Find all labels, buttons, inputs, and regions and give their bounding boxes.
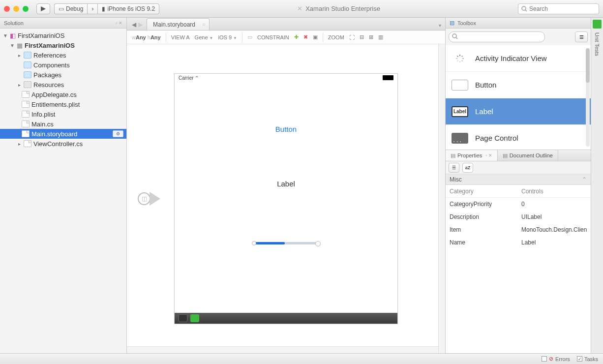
view-controller[interactable]: Carrier ⌃ Button Label xyxy=(174,73,398,324)
constrain-remove-icon[interactable]: ✖ xyxy=(303,34,308,40)
toolbox-item-label: Activity Indicator View xyxy=(475,54,547,62)
toolbox-item-label: Button xyxy=(475,81,496,89)
scene-dock[interactable] xyxy=(175,313,397,324)
unit-tests-tab[interactable]: Unit Tests xyxy=(594,32,600,56)
ui-progress-view[interactable] xyxy=(254,242,318,244)
exit-icon[interactable] xyxy=(190,314,199,322)
close-window-icon[interactable] xyxy=(4,6,10,12)
references-node[interactable]: ▸References xyxy=(0,50,126,60)
checkbox-icon[interactable] xyxy=(577,356,582,362)
project-icon: ▦ xyxy=(17,42,23,49)
ios-dropdown[interactable]: iOS 9 ▼ xyxy=(218,34,238,40)
resources-node[interactable]: ▸Resources xyxy=(0,80,126,90)
minimize-window-icon[interactable] xyxy=(13,6,19,12)
designer-toolbar: wAny hAny VIEW A Gene ▼ iOS 9 ▼ ▭ CONSTR… xyxy=(127,30,445,44)
entitlements-node[interactable]: Entitlements.plist xyxy=(0,99,126,109)
file-icon xyxy=(22,121,30,127)
col-controls: Controls xyxy=(519,188,591,195)
toolbox-icon: ▧ xyxy=(450,20,454,26)
search-icon xyxy=(452,33,458,39)
toolbox-item-label[interactable]: Label Label xyxy=(446,98,591,125)
search-input[interactable] xyxy=(529,5,596,12)
toolbox-item-activity[interactable]: Activity Indicator View xyxy=(446,45,591,72)
prop-row-catprio[interactable]: CategoryPriority0 xyxy=(446,198,591,211)
errors-toggle[interactable]: ⊘Errors xyxy=(542,356,570,362)
tab-storyboard[interactable]: Main.storyboard ○ xyxy=(147,18,210,30)
property-grid[interactable]: Category Controls CategoryPriority0 Desc… xyxy=(446,185,591,249)
infoplist-node[interactable]: Info.plist xyxy=(0,109,126,119)
svg-line-8 xyxy=(462,60,463,61)
tab-properties[interactable]: ▤Properties▫ ✕ xyxy=(446,150,498,161)
entry-point-icon: ◫ xyxy=(138,192,151,205)
entry-point-arrow[interactable]: ◫ xyxy=(138,192,160,206)
zoom-fit-icon[interactable]: ⛶ xyxy=(349,34,355,40)
maincs-node[interactable]: Main.cs xyxy=(0,119,126,129)
prop-value: 0 xyxy=(519,201,591,208)
appdelegate-node[interactable]: AppDelegate.cs xyxy=(0,90,126,99)
prop-row-name[interactable]: NameLabel xyxy=(446,236,591,249)
tab-outline[interactable]: ▤Document Outline xyxy=(498,150,558,161)
run-button[interactable] xyxy=(36,3,50,14)
panel-tabs: ▤Properties▫ ✕ ▤Document Outline xyxy=(446,150,591,161)
size-class[interactable]: wAny hAny xyxy=(132,34,161,40)
project-node[interactable]: ▼▦FirstXamariniOS xyxy=(0,40,126,50)
designer-canvas[interactable]: ◫ Carrier ⌃ Button Label xyxy=(127,44,445,353)
tasks-toggle[interactable]: Tasks xyxy=(577,356,598,362)
config-debug[interactable]: ▭Debug xyxy=(54,3,87,14)
search-icon xyxy=(521,6,527,12)
constrain-frame-icon[interactable]: ▣ xyxy=(313,34,318,40)
side-strip: Unit Tests xyxy=(591,18,603,353)
packages-node[interactable]: Packages xyxy=(0,70,126,80)
prop-categorize-button[interactable]: ☰ xyxy=(449,163,459,173)
unit-tests-icon[interactable] xyxy=(593,20,602,29)
orientation-icon[interactable]: ▭ xyxy=(247,34,252,40)
toolbox-list[interactable]: Activity Indicator View Button Label Lab… xyxy=(446,45,591,150)
col-category: Category xyxy=(446,188,519,195)
zoom-out-icon[interactable]: ⊟ xyxy=(360,34,364,40)
ui-button[interactable]: Button xyxy=(275,125,297,133)
page-control-icon xyxy=(452,133,468,144)
ui-label[interactable]: Label xyxy=(277,180,295,188)
svg-marker-0 xyxy=(41,6,46,11)
prop-alpha-button[interactable]: aZ xyxy=(462,163,473,173)
gear-icon[interactable]: ⚙ xyxy=(113,130,123,137)
chevron-up-icon[interactable]: ⌃ xyxy=(582,176,587,183)
first-responder-icon[interactable] xyxy=(179,314,187,322)
prop-value: Label xyxy=(519,239,591,246)
zoom-window-icon[interactable] xyxy=(23,6,29,12)
prop-section-misc[interactable]: Misc ⌃ xyxy=(446,174,591,185)
resources-label: Resources xyxy=(33,81,64,89)
device-selector[interactable]: ▮iPhone 6s iOS 9.2 xyxy=(97,3,159,14)
infoplist-label: Info.plist xyxy=(31,111,55,118)
generic-dropdown[interactable]: Gene ▼ xyxy=(195,34,213,40)
storyboard-node[interactable]: Main.storyboard⚙ xyxy=(0,129,126,139)
nav-arrows[interactable]: ◀▶ xyxy=(130,21,147,30)
toolbox-scrollbar[interactable] xyxy=(586,48,590,147)
prop-row-desc[interactable]: DescriptionUILabel xyxy=(446,211,591,223)
pane-controls[interactable]: ▫ ✕ xyxy=(116,21,122,26)
config-selector[interactable]: ▭Debug › ▮iPhone 6s iOS 9.2 xyxy=(54,3,159,14)
vertical-scrollbar[interactable] xyxy=(438,44,445,353)
run-controls xyxy=(36,3,50,14)
prop-key: Description xyxy=(446,213,519,220)
toolbox-category-button[interactable]: ☰ xyxy=(575,31,588,42)
checkbox-icon[interactable] xyxy=(542,356,547,362)
viewcontroller-node[interactable]: ▸ViewController.cs xyxy=(0,139,126,149)
toolbox-item-page[interactable]: Page Control xyxy=(446,125,591,150)
zoom-actual-icon[interactable]: ▥ xyxy=(378,34,383,40)
solution-root[interactable]: ▼◧FirstXamariniOS xyxy=(0,30,126,40)
back-icon[interactable]: ◀ xyxy=(132,21,136,28)
constrain-add-icon[interactable]: ✚ xyxy=(294,34,299,40)
folder-icon xyxy=(24,71,31,78)
forward-icon[interactable]: ▶ xyxy=(138,21,143,28)
tab-overflow-icon[interactable]: ▾ xyxy=(439,23,445,30)
toolbox-item-button[interactable]: Button xyxy=(446,72,591,98)
prop-row-item[interactable]: ItemMonoTouch.Design.Clien xyxy=(446,223,591,236)
zoom-in-icon[interactable]: ⊞ xyxy=(369,34,373,40)
toolbox-search-input[interactable] xyxy=(449,31,545,42)
close-tab-icon[interactable]: ○ xyxy=(202,22,205,27)
horizontal-scrollbar[interactable] xyxy=(127,346,438,353)
components-node[interactable]: Components xyxy=(0,60,126,70)
global-search[interactable] xyxy=(518,3,599,14)
solution-tree[interactable]: ▼◧FirstXamariniOS ▼▦FirstXamariniOS ▸Ref… xyxy=(0,29,126,353)
